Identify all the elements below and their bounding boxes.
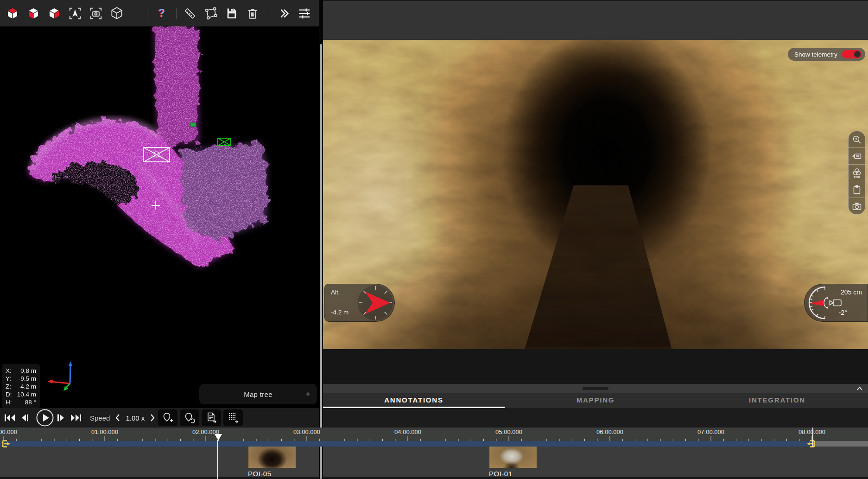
export-report-button[interactable]	[202, 409, 221, 426]
polygon-measure-icon[interactable]	[202, 5, 220, 22]
filter-settings-icon[interactable]	[296, 5, 313, 22]
timeline-time-label: 04:00.000	[394, 428, 421, 435]
cube-left-red-icon[interactable]	[25, 5, 42, 22]
pointcloud-render	[0, 26, 319, 286]
altitude-label: Alt.	[331, 289, 340, 296]
tab-annotations[interactable]: ANNOTATIONS	[323, 393, 505, 408]
save-icon[interactable]	[223, 5, 241, 22]
pitch-needle	[810, 300, 823, 306]
photo-camera-icon[interactable]	[849, 198, 865, 214]
drawer-drag-handle[interactable]	[583, 387, 608, 390]
bottom-tabs: ANNOTATIONSMAPPINGINTEGRATION	[323, 393, 868, 408]
pose-dot-green	[190, 123, 196, 127]
add-poi-button[interactable]	[158, 409, 177, 426]
coordinate-label: Y:	[6, 375, 11, 383]
camera-feed[interactable]: Show telemetry IR RGB	[323, 40, 868, 349]
coordinate-row: X:0.8 m	[6, 367, 36, 375]
timeline-section: Speed 1.00 x	[0, 408, 868, 479]
show-telemetry-toggle[interactable]	[842, 50, 862, 58]
clipboard-icon[interactable]	[849, 181, 865, 198]
coordinate-row: H:88 °	[6, 398, 36, 406]
trim-start-handle[interactable]	[2, 440, 13, 447]
cube-top-red-icon[interactable]	[4, 5, 21, 22]
pointcloud-viewport[interactable]: X:0.8 mY:-9.5 mZ:-4.2 mD:10.4 mH:88 ° Ma…	[0, 26, 319, 408]
coordinate-value: 0.8 m	[20, 367, 36, 375]
coordinate-value: -9.5 m	[19, 375, 36, 383]
map-tree-bar[interactable]: Map tree +	[199, 384, 317, 404]
poi-thumbnail[interactable]	[489, 445, 537, 468]
playback-controls: Speed 1.00 x	[0, 408, 868, 428]
help-label: ?	[158, 8, 165, 19]
altitude-gauge: Alt. -4.2 m	[324, 284, 395, 322]
cursor-crosshair	[152, 201, 160, 210]
poi-marker[interactable]: POI-01	[489, 445, 537, 478]
toolbar-separator	[147, 8, 147, 19]
coordinate-label: H:	[6, 398, 12, 406]
ir-camera-icon[interactable]: IR	[849, 147, 865, 164]
timeline-track-unrecorded	[813, 441, 868, 447]
play-button[interactable]	[36, 409, 54, 427]
app-window: ?	[0, 0, 868, 479]
ruler-icon[interactable]	[181, 5, 199, 22]
skip-start-button[interactable]	[4, 413, 16, 422]
toolbar-separator	[176, 8, 177, 19]
timeline-time-label: 06:00.000	[596, 428, 623, 435]
camera-pitch-gauge: 205 cm -2°	[804, 284, 868, 322]
panel-splitter[interactable]	[319, 0, 323, 479]
speed-increase-button[interactable]	[149, 414, 156, 422]
camera-frame-icon[interactable]	[87, 5, 105, 22]
coordinate-value: -4.2 m	[19, 383, 36, 390]
playhead-handle[interactable]	[215, 434, 222, 441]
timeline-time-label: 01:00.000	[91, 428, 118, 435]
playhead-line	[217, 440, 218, 479]
main-toolbar: ?	[0, 0, 319, 26]
timeline-ruler-labels: 00:00.00001:00.00002:00.00003:00.00004:0…	[0, 428, 868, 436]
trim-end-handle[interactable]	[804, 440, 815, 447]
map-tree-add-button[interactable]: +	[305, 389, 310, 399]
help-icon[interactable]: ?	[153, 5, 171, 22]
timeline-track[interactable]	[0, 441, 868, 447]
speed-value: 1.00 x	[126, 414, 145, 422]
cube-right-red-icon[interactable]	[45, 5, 63, 22]
timeline-ruler-ticks	[0, 436, 868, 441]
coordinate-label: X:	[6, 367, 12, 375]
bottom-drawer-bar	[323, 384, 868, 393]
tab-integration[interactable]: INTEGRATION	[686, 393, 868, 408]
poi-marker[interactable]: POI-05	[248, 445, 296, 478]
heading-compass	[357, 284, 394, 321]
svg-text:RGB: RGB	[854, 176, 860, 179]
timeline-time-label: 07:00.000	[697, 428, 724, 435]
coordinate-row: Z:-4.2 m	[6, 383, 36, 390]
coordinate-label: Z:	[6, 383, 11, 390]
show-telemetry-pill: Show telemetry	[788, 48, 865, 61]
altitude-value: -4.2 m	[331, 309, 348, 316]
coordinate-row: D:10.4 m	[6, 390, 36, 398]
camera-side-toolbar: IR RGB	[848, 131, 866, 215]
camera-panel-header	[323, 0, 868, 40]
delete-icon[interactable]	[244, 5, 261, 22]
tab-mapping[interactable]: MAPPING	[505, 393, 686, 408]
camera-rotation-icon	[824, 297, 841, 308]
svg-text:IR: IR	[856, 154, 859, 158]
navigate-focus-icon[interactable]	[66, 5, 84, 22]
camera-panel: Show telemetry IR RGB	[323, 0, 868, 408]
cube-wireframe-icon[interactable]	[108, 5, 126, 22]
timeline-time-label: 08:00.000	[798, 428, 825, 435]
poi-thumbnail[interactable]	[248, 445, 296, 468]
zoom-in-icon[interactable]	[849, 131, 865, 147]
poi-history-button[interactable]	[180, 409, 199, 426]
frame-back-button[interactable]	[20, 413, 29, 422]
coordinate-label: D:	[6, 390, 12, 398]
speed-decrease-button[interactable]	[114, 414, 121, 422]
rgb-icon[interactable]: RGB	[849, 164, 865, 181]
poi-label: POI-05	[248, 470, 296, 478]
timeline-poi-row: POI-05POI-01	[0, 447, 868, 479]
expand-more-icon[interactable]	[275, 5, 292, 22]
speed-label: Speed	[90, 414, 110, 422]
frame-forward-button[interactable]	[57, 413, 66, 422]
chevron-up-icon[interactable]	[856, 385, 863, 394]
export-data-button[interactable]	[223, 409, 243, 426]
splitter-handle[interactable]	[320, 44, 322, 479]
skip-end-button[interactable]	[70, 413, 82, 422]
poi-label: POI-01	[489, 470, 537, 478]
